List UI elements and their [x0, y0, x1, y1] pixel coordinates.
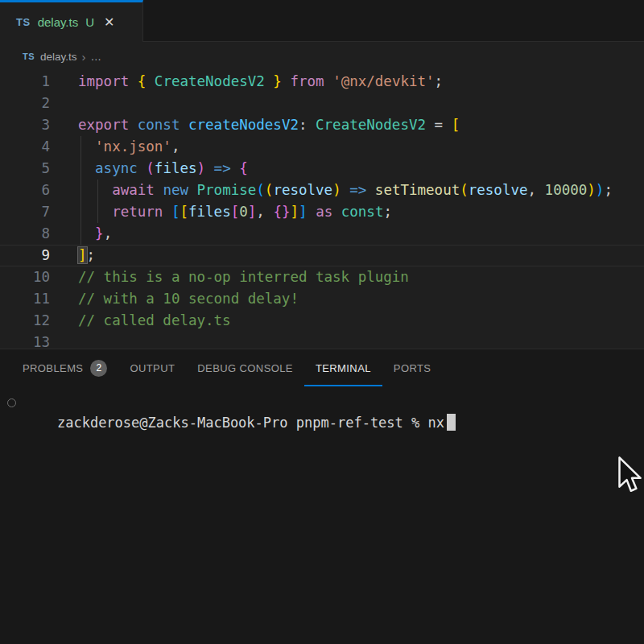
code-line-4[interactable]: 4 'nx.json', [0, 136, 644, 158]
code-text: import { CreateNodesV2 } from '@nx/devki… [78, 71, 443, 93]
code-line-3[interactable]: 3export const createNodesV2: CreateNodes… [0, 114, 644, 136]
code-line-9[interactable]: 9]; [0, 245, 644, 266]
code-text: ]; [78, 245, 95, 266]
code-line-13[interactable]: 13 [0, 332, 644, 349]
code-line-12[interactable]: 12// called delay.ts [0, 310, 644, 332]
breadcrumb-symbol-more[interactable]: … [91, 51, 103, 63]
line-number[interactable]: 10 [0, 266, 50, 288]
typescript-file-icon: TS [16, 16, 31, 28]
line-number[interactable]: 8 [0, 223, 50, 245]
panel-tab-output[interactable]: OUTPUT [118, 349, 186, 386]
panel-tab-label: TERMINAL [316, 362, 371, 374]
code-line-10[interactable]: 10// this is a no-op interred task plugi… [0, 266, 644, 288]
line-number[interactable]: 3 [0, 114, 50, 136]
line-number[interactable]: 2 [0, 93, 50, 114]
terminal-cursor [447, 414, 456, 431]
tab-bar: TS delay.ts U ✕ [0, 0, 644, 42]
code-line-8[interactable]: 8 }, [0, 223, 644, 245]
code-text: return [[files[0], {}]] as const; [78, 201, 392, 223]
problems-count-badge: 2 [90, 360, 107, 377]
code-text: // called delay.ts [78, 310, 231, 332]
line-number[interactable]: 9 [0, 245, 50, 266]
code-line-2[interactable]: 2 [0, 93, 644, 114]
code-line-11[interactable]: 11// with a 10 second delay! [0, 288, 644, 310]
panel-tab-label: DEBUG CONSOLE [197, 362, 293, 374]
panel-tab-debug-console[interactable]: DEBUG CONSOLE [186, 349, 304, 386]
tab-filename: delay.ts [38, 15, 79, 29]
breadcrumb: TS delay.ts › … [0, 42, 644, 71]
code-text: await new Promise((resolve) => setTimeou… [78, 180, 613, 201]
command-decoration-icon[interactable] [7, 398, 16, 407]
tab-delay-ts[interactable]: TS delay.ts U ✕ [0, 0, 143, 42]
line-number[interactable]: 4 [0, 136, 50, 158]
panel-tab-label: OUTPUT [130, 362, 175, 374]
code-text: // this is a no-op interred task plugin [78, 266, 409, 288]
editor-group: TS delay.ts U ✕ TS delay.ts › … 1import … [0, 0, 644, 349]
line-number[interactable]: 1 [0, 71, 50, 93]
code-editor[interactable]: 1import { CreateNodesV2 } from '@nx/devk… [0, 71, 644, 349]
panel-tab-label: PORTS [394, 362, 431, 374]
terminal[interactable]: zackderose@Zacks-MacBook-Pro pnpm-ref-te… [0, 394, 644, 413]
code-text: // with a 10 second delay! [78, 288, 299, 310]
code-line-6[interactable]: 6 await new Promise((resolve) => setTime… [0, 180, 644, 201]
code-text: async (files) => { [78, 158, 248, 180]
code-text: export const createNodesV2: CreateNodesV… [78, 114, 460, 136]
panel-tab-ports[interactable]: PORTS [382, 349, 443, 386]
line-number[interactable]: 6 [0, 180, 50, 201]
code-line-1[interactable]: 1import { CreateNodesV2 } from '@nx/devk… [0, 71, 644, 93]
line-number[interactable]: 5 [0, 158, 50, 180]
bottom-panel: PROBLEMS2OUTPUTDEBUG CONSOLETERMINALPORT… [0, 349, 644, 644]
close-icon[interactable]: ✕ [104, 16, 114, 29]
panel-tab-problems[interactable]: PROBLEMS2 [11, 349, 118, 386]
terminal-prompt: zackderose@Zacks-MacBook-Pro pnpm-ref-te… [57, 415, 444, 431]
code-line-7[interactable]: 7 return [[files[0], {}]] as const; [0, 201, 644, 223]
chevron-right-icon: › [82, 50, 86, 64]
breadcrumb-file[interactable]: delay.ts [40, 51, 77, 63]
panel-tab-bar: PROBLEMS2OUTPUTDEBUG CONSOLETERMINALPORT… [0, 349, 644, 386]
line-number[interactable]: 11 [0, 288, 50, 310]
line-number[interactable]: 12 [0, 310, 50, 332]
line-number[interactable]: 7 [0, 201, 50, 223]
panel-tab-label: PROBLEMS [23, 362, 83, 374]
typescript-file-icon: TS [23, 52, 35, 61]
line-number[interactable]: 13 [0, 332, 50, 349]
code-text: }, [78, 223, 112, 245]
code-text: 'nx.json', [78, 136, 180, 158]
git-untracked-badge: U [85, 15, 94, 29]
code-line-5[interactable]: 5 async (files) => { [0, 158, 644, 180]
panel-tab-terminal[interactable]: TERMINAL [304, 349, 382, 386]
